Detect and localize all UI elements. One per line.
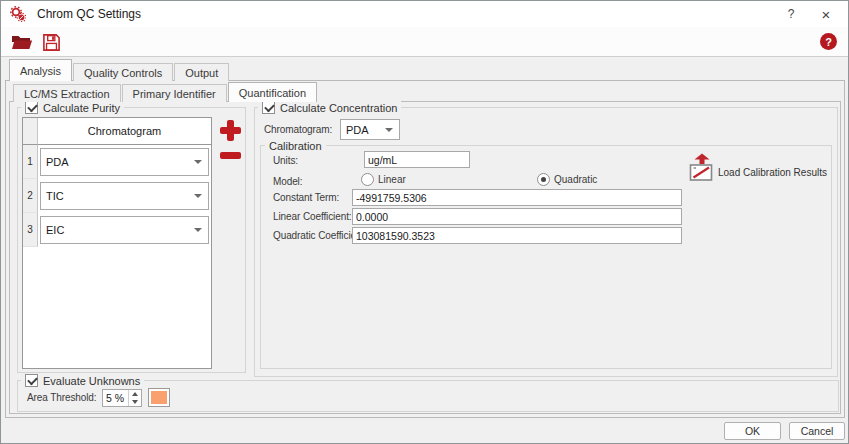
sub-tab-bar: LC/MS Extraction Primary Identifier Quan…: [13, 82, 318, 102]
calibration-legend: Calibration: [265, 138, 326, 153]
calculate-concentration-group: Calculate Concentration Chromatogram: PD…: [254, 107, 838, 377]
stepper-arrows: [128, 390, 141, 406]
chromatogram-select-3[interactable]: EIC: [40, 216, 209, 244]
evaluate-unknowns-group: Evaluate Unknowns Area Threshold: 5 %: [17, 380, 839, 412]
area-threshold-label: Area Threshold:: [27, 392, 96, 403]
load-calibration-icon: [689, 152, 715, 185]
concentration-chromatogram-value: PDA: [346, 124, 369, 136]
evaluate-unknowns-legend[interactable]: Evaluate Unknowns: [21, 373, 144, 388]
chromatogram-field-label: Chromatogram:: [264, 124, 332, 135]
tab-analysis[interactable]: Analysis: [9, 59, 72, 81]
radio-linear-circle[interactable]: [361, 173, 374, 186]
toolbar: ?: [1, 27, 848, 57]
area-threshold-value: 5 %: [103, 390, 128, 406]
chevron-down-icon: [194, 194, 202, 198]
calculate-purity-checkbox[interactable]: [25, 101, 38, 114]
units-label: Units:: [273, 155, 298, 166]
linear-coefficient-input[interactable]: [352, 208, 682, 225]
calibration-label: Calibration: [269, 140, 322, 152]
chevron-down-icon: [194, 228, 202, 232]
calculate-purity-group: Calculate Purity Chromatogram 1 PDA 2 TI…: [17, 107, 246, 373]
open-file-icon[interactable]: [9, 30, 35, 54]
quadratic-coefficient-input[interactable]: [352, 227, 682, 244]
calculate-purity-legend[interactable]: Calculate Purity: [21, 100, 124, 115]
cancel-button[interactable]: Cancel: [789, 422, 845, 440]
tab-quantification[interactable]: Quantification: [228, 82, 317, 102]
chromatogram-value-1: PDA: [46, 156, 69, 168]
close-icon[interactable]: ×: [808, 1, 844, 27]
load-calibration-label: Load Calibration Results: [718, 167, 827, 178]
chromatogram-value-2: TIC: [46, 190, 64, 202]
radio-quadratic-label: Quadratic: [554, 174, 597, 185]
table-row: 1 PDA: [23, 145, 211, 179]
model-label: Model:: [273, 176, 302, 187]
calculate-purity-label: Calculate Purity: [43, 102, 120, 114]
model-radio-quadratic[interactable]: Quadratic: [537, 173, 597, 186]
table-row: 3 EIC: [23, 213, 211, 247]
window-title: Chrom QC Settings: [37, 1, 141, 27]
chevron-down-icon: [194, 160, 202, 164]
calculate-concentration-label: Calculate Concentration: [280, 102, 397, 114]
chromatogram-value-3: EIC: [46, 224, 64, 236]
tab-quality-controls[interactable]: Quality Controls: [73, 63, 173, 81]
save-icon[interactable]: [38, 30, 64, 54]
row-number: 1: [23, 145, 38, 179]
app-gears-icon: [10, 6, 26, 22]
chevron-down-icon: [385, 128, 393, 132]
load-calibration-results-button[interactable]: Load Calibration Results: [689, 152, 827, 185]
concentration-chromatogram-select[interactable]: PDA: [340, 119, 400, 140]
help-glyph: ?: [825, 36, 832, 48]
linear-coefficient-label: Linear Coefficient:: [273, 211, 352, 222]
constant-term-input[interactable]: [352, 189, 682, 206]
radio-linear-label: Linear: [378, 174, 406, 185]
chromatogram-select-1[interactable]: PDA: [40, 148, 209, 176]
threshold-color-swatch: [151, 391, 167, 404]
table-row: 2 TIC: [23, 179, 211, 213]
titlebar-help-button[interactable]: ?: [776, 1, 806, 27]
main-tab-bar: Analysis Quality Controls Output: [9, 59, 230, 81]
radio-quadratic-circle[interactable]: [537, 173, 550, 186]
units-input[interactable]: [364, 151, 470, 168]
threshold-color-picker[interactable]: [148, 388, 170, 407]
evaluate-unknowns-label: Evaluate Unknowns: [43, 375, 140, 387]
tab-lcms-extraction[interactable]: LC/MS Extraction: [13, 84, 121, 102]
area-threshold-stepper[interactable]: 5 %: [102, 389, 142, 407]
title-bar: Chrom QC Settings ? ×: [1, 1, 848, 27]
row-number: 2: [23, 179, 38, 213]
calculate-concentration-checkbox[interactable]: [262, 101, 275, 114]
tab-output[interactable]: Output: [174, 63, 229, 81]
calculate-concentration-legend[interactable]: Calculate Concentration: [258, 100, 401, 115]
remove-row-button[interactable]: [220, 152, 241, 159]
model-radio-linear[interactable]: Linear: [361, 173, 406, 186]
tab-primary-identifier[interactable]: Primary Identifier: [122, 84, 227, 102]
row-number: 3: [23, 213, 38, 247]
table-corner-cell: [23, 118, 38, 145]
table-header-row: Chromatogram: [23, 118, 211, 145]
add-row-button[interactable]: [220, 120, 241, 141]
evaluate-unknowns-checkbox[interactable]: [25, 374, 38, 387]
calibration-group: Calibration Units: Model: Linear Quadrat…: [260, 145, 832, 369]
stepper-up-icon[interactable]: [129, 390, 141, 398]
purity-chromatogram-table: Chromatogram 1 PDA 2 TIC 3 EIC: [22, 117, 212, 369]
ok-button[interactable]: OK: [724, 422, 781, 440]
constant-term-label: Constant Term:: [273, 192, 339, 203]
chrom-qc-settings-dialog: Chrom QC Settings ? × ? Analysis Quality…: [0, 0, 849, 444]
chromatogram-select-2[interactable]: TIC: [40, 182, 209, 210]
help-icon[interactable]: ?: [820, 33, 837, 50]
column-header-chromatogram: Chromatogram: [38, 118, 211, 145]
stepper-down-icon[interactable]: [129, 398, 141, 406]
